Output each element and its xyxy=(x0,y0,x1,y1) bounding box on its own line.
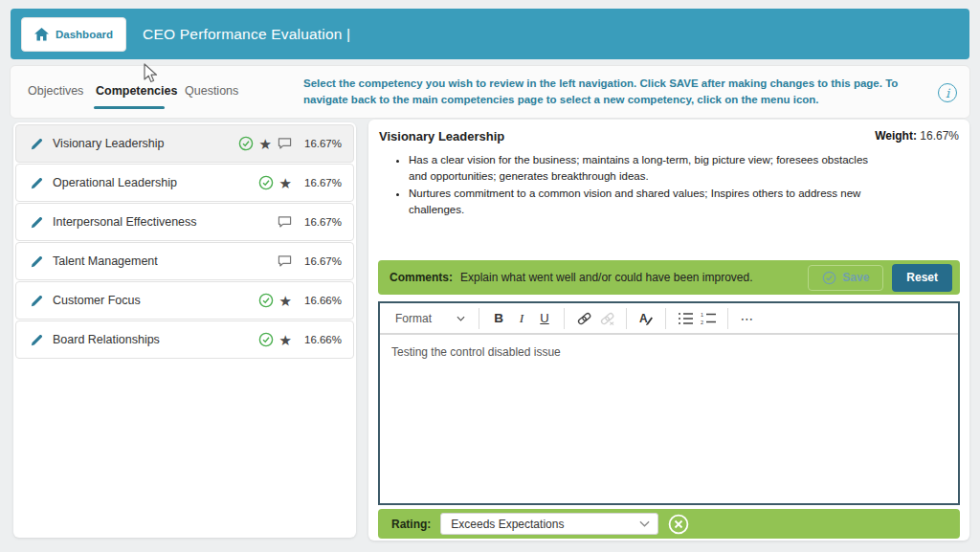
competency-label: Interpersonal Effectiveness xyxy=(53,215,278,229)
comment-icon xyxy=(278,215,292,229)
dashboard-button[interactable]: Dashboard xyxy=(21,17,126,52)
list-item-visionary-leadership[interactable]: Visionary Leadership ★ 16.67% xyxy=(15,124,354,163)
svg-text:2: 2 xyxy=(701,320,703,325)
rating-value: Exceeds Expectations xyxy=(451,518,639,531)
star-icon: ★ xyxy=(279,333,292,347)
edit-pencil-icon xyxy=(30,333,44,347)
description-bullet: Has a clear vision for the business; mai… xyxy=(409,152,880,186)
svg-text:A: A xyxy=(639,312,648,325)
competency-label: Visionary Leadership xyxy=(53,137,238,150)
weight-percent: 16.66% xyxy=(300,295,342,306)
toolbar-separator xyxy=(479,308,479,329)
bulleted-list-button[interactable] xyxy=(674,307,697,330)
chevron-down-icon xyxy=(457,316,465,321)
list-item-interpersonal-effectiveness[interactable]: Interpersonal Effectiveness 16.67% xyxy=(15,203,354,241)
list-item-board-relationships[interactable]: Board Relationships ★ 16.66% xyxy=(15,320,354,359)
weight-percent: 16.67% xyxy=(300,255,342,267)
list-item-operational-leadership[interactable]: Operational Leadership ★ 16.67% xyxy=(15,164,354,202)
remove-format-button[interactable]: A xyxy=(635,307,657,330)
italic-button[interactable]: I xyxy=(510,307,533,330)
dashboard-label: Dashboard xyxy=(56,29,113,40)
detail-weight: Weight: 16.67% xyxy=(875,129,959,144)
format-dropdown[interactable]: Format xyxy=(390,309,471,328)
weight-percent: 16.67% xyxy=(300,216,342,228)
active-tab-underline xyxy=(94,106,165,109)
tab-objectives[interactable]: Objectives xyxy=(28,84,83,98)
bold-button[interactable]: B xyxy=(487,307,510,330)
comment-icon xyxy=(278,254,292,268)
clear-rating-button[interactable] xyxy=(668,514,689,535)
tab-bar: Objectives Competencies Questions Select… xyxy=(10,65,970,119)
unlink-button xyxy=(595,307,618,330)
edit-pencil-icon xyxy=(30,254,44,269)
weight-value: 16.67% xyxy=(920,129,959,143)
edit-pencil-icon xyxy=(30,137,44,151)
reset-button[interactable]: Reset xyxy=(892,264,952,292)
editor-toolbar: Format B I U xyxy=(380,303,958,335)
description-bullet: Nurtures commitment to a common vision a… xyxy=(409,186,880,219)
star-icon: ★ xyxy=(279,176,292,190)
approved-check-icon xyxy=(238,136,254,151)
instruction-message: Select the competency you wish to review… xyxy=(303,76,925,107)
comment-icon xyxy=(278,137,292,150)
format-label: Format xyxy=(395,312,432,325)
save-check-icon xyxy=(822,271,836,285)
approved-check-icon xyxy=(258,332,274,347)
toolbar-separator xyxy=(727,308,728,329)
app-header: Dashboard CEO Performance Evaluation | xyxy=(11,9,969,59)
edit-pencil-icon xyxy=(30,215,44,230)
rating-bar: Rating: Exceeds Expectations xyxy=(378,509,960,539)
numbered-list-button[interactable]: 1 2 xyxy=(697,307,720,330)
rating-select[interactable]: Exceeds Expectations xyxy=(440,513,658,535)
list-item-customer-focus[interactable]: Customer Focus ★ 16.66% xyxy=(15,281,354,320)
comments-editor: Format B I U xyxy=(378,301,960,505)
weight-percent: 16.67% xyxy=(300,138,342,149)
info-icon[interactable]: i xyxy=(938,83,957,102)
approved-check-icon xyxy=(258,175,274,190)
toolbar-separator xyxy=(564,308,565,329)
comments-bar: Comments: Explain what went well and/or … xyxy=(378,260,960,295)
competency-description: Has a clear vision for the business; mai… xyxy=(382,152,880,218)
competency-list: Visionary Leadership ★ 16.67% Operationa… xyxy=(13,122,356,538)
competency-detail-panel: Visionary Leadership Weight: 16.67% Has … xyxy=(368,120,969,541)
comments-hint: Explain what went well and/or could have… xyxy=(460,271,808,284)
edit-pencil-icon xyxy=(30,176,44,190)
chevron-down-icon xyxy=(639,520,650,527)
rating-label: Rating: xyxy=(391,518,431,531)
tab-questions[interactable]: Questions xyxy=(185,84,238,98)
svg-text:1: 1 xyxy=(701,312,703,318)
underline-button[interactable]: U xyxy=(533,307,556,330)
star-icon: ★ xyxy=(279,294,292,308)
editor-content[interactable]: Testing the control disabled issue xyxy=(380,335,958,503)
more-options-button[interactable]: ⋯ xyxy=(736,307,759,330)
page-title: CEO Performance Evaluation | xyxy=(143,26,350,43)
weight-percent: 16.66% xyxy=(300,334,342,345)
tab-competencies[interactable]: Competencies xyxy=(96,84,177,98)
list-item-talent-management[interactable]: Talent Management 16.67% xyxy=(15,242,354,280)
save-label: Save xyxy=(842,271,869,284)
competency-label: Customer Focus xyxy=(53,294,258,307)
comments-label: Comments: xyxy=(390,271,453,284)
toolbar-separator xyxy=(626,308,627,329)
star-icon: ★ xyxy=(259,137,272,151)
link-button[interactable] xyxy=(572,307,595,330)
home-icon xyxy=(34,28,49,41)
competency-label: Talent Management xyxy=(53,254,278,268)
weight-label: Weight: xyxy=(875,129,917,143)
save-button[interactable]: Save xyxy=(808,265,883,291)
toolbar-separator xyxy=(665,308,666,329)
approved-check-icon xyxy=(258,293,274,308)
weight-percent: 16.67% xyxy=(300,177,342,188)
edit-pencil-icon xyxy=(30,294,44,308)
detail-title: Visionary Leadership xyxy=(379,129,504,144)
competency-label: Operational Leadership xyxy=(53,176,258,189)
competency-label: Board Relationships xyxy=(53,333,258,346)
